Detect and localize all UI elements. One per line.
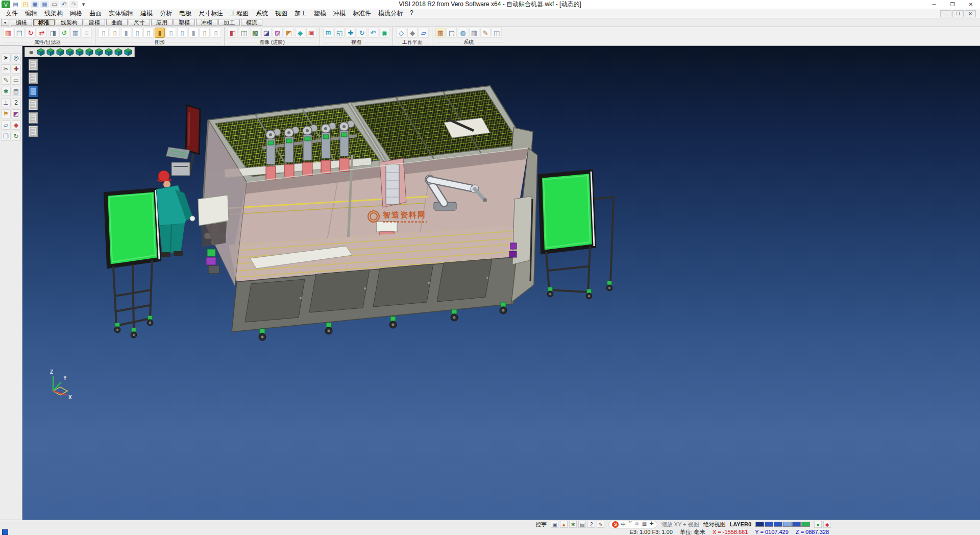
minimize-button[interactable]: ─ — [925, 0, 943, 9]
status-plug-icon[interactable]: ◆ — [823, 521, 831, 528]
quickbar-customize-icon[interactable]: ▾ — [79, 1, 88, 8]
redo-icon[interactable]: ↷ — [69, 1, 78, 8]
view-cube-icon[interactable] — [76, 48, 84, 56]
color-settings-icon[interactable]: ▦ — [435, 28, 446, 38]
filter-mask-icon[interactable]: ◨ — [48, 28, 58, 38]
show-curves-icon[interactable]: ▯ — [143, 28, 154, 38]
erase-icon[interactable]: ▭ — [12, 76, 21, 85]
pan-view-icon[interactable]: ✚ — [346, 28, 356, 38]
attributes-palette-icon[interactable]: ▦ — [3, 28, 13, 38]
print-icon[interactable]: ▭ — [50, 1, 59, 8]
menu-item[interactable]: 尺寸标注 — [195, 9, 227, 18]
status-gear-icon[interactable]: ✱ — [569, 521, 577, 528]
menu-item[interactable]: 电极 — [176, 9, 195, 18]
shadow-icon[interactable]: ◆ — [295, 28, 305, 38]
menu-item[interactable]: ? — [406, 9, 417, 18]
workplane-icon[interactable]: ◇ — [396, 28, 406, 38]
tab-item[interactable]: 尺寸 — [129, 19, 150, 26]
maximize-button[interactable]: ❐ — [943, 0, 962, 9]
hidden-line-icon[interactable]: ▩ — [250, 28, 260, 38]
ime-emoji-icon[interactable]: ☺ — [634, 521, 639, 528]
pin-icon[interactable]: ◆ — [12, 120, 21, 130]
3d-viewport[interactable]: Z Y X ≡ — [22, 46, 980, 520]
show-circles-icon[interactable]: ▯ — [132, 28, 142, 38]
layer-color-swatch[interactable] — [765, 522, 773, 527]
view-mode-button[interactable]: 绝对视图 — [703, 521, 726, 528]
status-doc-icon[interactable]: ▤ — [578, 521, 586, 528]
menu-item[interactable]: 分析 — [156, 9, 176, 18]
new-file-icon[interactable]: ▤ — [11, 1, 20, 8]
view-3d-icon[interactable]: ◫ — [492, 28, 502, 38]
sequence-icon[interactable]: 2 — [12, 98, 21, 107]
show-surfaces-icon[interactable]: ▮ — [155, 28, 165, 38]
status-alert-icon[interactable]: ▲ — [560, 521, 568, 528]
gear-icon[interactable]: ✱ — [2, 87, 11, 96]
layers-icon[interactable]: ▤ — [12, 87, 21, 96]
show-arcs-icon[interactable]: ▮ — [121, 28, 131, 38]
show-texts-icon[interactable]: ▮ — [188, 28, 199, 38]
save-icon[interactable]: ▦ — [31, 1, 39, 8]
status-brush-icon[interactable]: ✎ — [597, 521, 604, 528]
view-cube-icon[interactable] — [105, 48, 113, 56]
tab-dropdown-icon[interactable]: ▾ — [1, 19, 9, 26]
table-icon[interactable]: ▦ — [469, 28, 479, 38]
select-arrow-icon[interactable]: ➤ — [2, 53, 11, 62]
zoom-window-icon[interactable]: ◱ — [334, 28, 345, 38]
flag-icon[interactable]: ⚑ — [2, 109, 11, 118]
grid-edit-icon[interactable]: ✎ — [480, 28, 491, 38]
show-points-icon[interactable]: ▯ — [99, 28, 109, 38]
status-num-icon[interactable]: 2 — [587, 521, 595, 528]
screen-icon[interactable]: ▢ — [447, 28, 457, 38]
3d-scene[interactable]: Z Y X — [22, 46, 980, 520]
menu-item[interactable]: 建模 — [137, 9, 156, 18]
visi-logo[interactable]: V — [2, 1, 10, 8]
layer-color-swatch[interactable] — [755, 522, 764, 527]
menu-item[interactable]: 线架构 — [41, 9, 66, 18]
undo-icon[interactable]: ↶ — [60, 1, 68, 8]
zoom-icon[interactable]: ◎ — [12, 53, 21, 62]
view-cube-icon[interactable] — [124, 48, 132, 56]
rotate-view-icon[interactable]: ↻ — [357, 28, 367, 38]
filter-exchange-icon[interactable]: ⇄ — [37, 28, 47, 38]
texture-icon[interactable]: ▨ — [273, 28, 283, 38]
menu-item[interactable]: 工程图 — [227, 9, 252, 18]
show-solids-icon[interactable]: ▯ — [166, 28, 176, 38]
layer-color-swatch[interactable] — [801, 522, 810, 527]
scissors-icon[interactable]: ✂ — [2, 64, 11, 74]
previous-view-icon[interactable]: ↶ — [368, 28, 378, 38]
view-cube-icon[interactable] — [56, 48, 64, 56]
snap-toggle[interactable]: 控宇 — [535, 521, 547, 528]
view-cube-icon[interactable] — [66, 48, 74, 56]
wireframe-icon[interactable]: ◫ — [239, 28, 249, 38]
plane-board-icon[interactable] — [29, 112, 38, 124]
menu-item[interactable]: 塑模 — [310, 9, 330, 18]
filter-list-icon[interactable]: ▥ — [70, 28, 81, 38]
menu-item[interactable]: 视图 — [272, 9, 291, 18]
show-lines-icon[interactable]: ▯ — [110, 28, 120, 38]
layer-color-swatch[interactable] — [774, 522, 782, 527]
menu-item[interactable]: 实体编辑 — [105, 9, 137, 18]
menu-item[interactable]: 模流分析 — [375, 9, 406, 18]
tab-item[interactable]: 线架构 — [56, 19, 83, 26]
menu-item[interactable]: 标准件 — [349, 9, 375, 18]
ime-keyboard-icon[interactable]: ▥ — [642, 521, 647, 528]
plane-board-icon[interactable] — [29, 72, 38, 84]
ime-toolbox-icon[interactable]: ✚ — [649, 521, 653, 528]
tab-item[interactable]: 冲模 — [196, 19, 217, 26]
tab-item[interactable]: 塑模 — [174, 19, 195, 26]
menu-item[interactable]: 网格 — [66, 9, 86, 18]
view-list-icon[interactable]: ≡ — [27, 48, 35, 56]
view-cube-icon[interactable] — [85, 48, 93, 56]
mdi-close-button[interactable]: ✕ — [965, 10, 976, 17]
tab-item[interactable]: 标准 — [33, 19, 55, 26]
dynamic-view-icon[interactable]: ◉ — [379, 28, 389, 38]
status-app-icon[interactable] — [2, 529, 8, 535]
plane-board-icon[interactable] — [29, 86, 38, 97]
workplane-3d-icon[interactable]: ◆ — [407, 28, 418, 38]
status-online-icon[interactable]: ● — [814, 521, 822, 528]
tab-item[interactable]: 模流 — [241, 19, 262, 26]
menu-item[interactable]: 冲模 — [330, 9, 349, 18]
menu-item[interactable]: 编辑 — [21, 9, 41, 18]
zoom-all-icon[interactable]: ⊞ — [323, 28, 333, 38]
measure-icon[interactable]: ⊥ — [2, 98, 11, 107]
